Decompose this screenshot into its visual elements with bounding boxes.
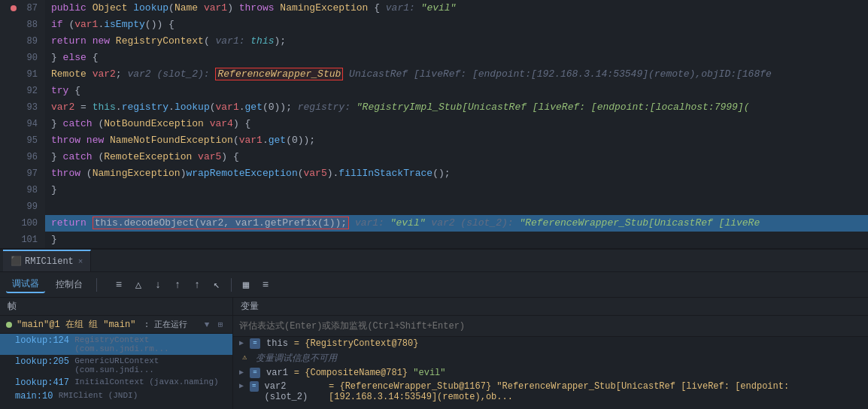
line-gutter-92: 92 [0, 83, 45, 99]
breakpoint-dot-101 [11, 237, 17, 243]
frames-panel: 帧 "main"@1 在组 组 "main" : 正在运行 ▼ ⊞ lookup… [0, 298, 233, 409]
line-gutter-90: 90 [0, 50, 45, 66]
line-number-92: 92 [20, 86, 41, 96]
var-row-0: ▶=this= {RegistryContext@780} [233, 337, 868, 350]
watch-icon[interactable]: ▦ [238, 277, 254, 293]
rmi-client-tab[interactable]: ⬛ RMIClient × [3, 250, 91, 271]
code-content-98: } [45, 182, 868, 198]
code-content-87: public Object lookup(Name var1) throws N… [45, 0, 868, 17]
breakpoint-dot-98 [11, 187, 17, 193]
code-content-97: throw (NamingException)wrapRemoteExcepti… [45, 165, 868, 182]
line-gutter-87: 87 [0, 0, 45, 17]
variables-list: ▶=this= {RegistryContext@780}⚠变量调试信息不可用▶… [233, 337, 868, 409]
line-number-93: 93 [20, 102, 41, 113]
step-out-icon[interactable]: ↑ [169, 277, 186, 293]
var-value-2: = {CompositeName@781} "evil" [294, 368, 446, 378]
step-over-icon[interactable]: △ [130, 277, 147, 293]
code-content-89: return new RegistryContext( var1: this); [45, 33, 868, 50]
code-line-99: 99 [0, 198, 868, 215]
debug-toolbar: 调试器 控制台 ≡ △ ↓ ↑ ↑ ↖ ▦ ≡ [0, 272, 868, 298]
code-line-89: 89 return new RegistryContext( var1: thi… [0, 33, 868, 50]
variables-panel-header: 变量 [233, 298, 868, 316]
breakpoint-dot-100 [11, 220, 17, 226]
var-expand-arrow-0[interactable]: ▶ [239, 338, 244, 347]
code-content-88: if (var1.isEmpty()) { [45, 17, 868, 33]
frames-label: 帧 [8, 300, 17, 313]
expand-icon[interactable]: ⊞ [214, 319, 226, 331]
tab-bar: ⬛ RMIClient × [0, 248, 868, 272]
run-to-cursor-icon[interactable]: ↑ [189, 277, 205, 293]
code-line-90: 90 } else { [0, 50, 868, 66]
tab-close-button[interactable]: × [78, 257, 83, 266]
code-line-97: 97 throw (NamingException)wrapRemoteExce… [0, 165, 868, 182]
var-row-1: ⚠变量调试信息不可用 [233, 350, 868, 366]
line-gutter-88: 88 [0, 17, 45, 33]
line-number-89: 89 [20, 36, 41, 47]
debugger-tab-button[interactable]: 调试器 [6, 276, 45, 293]
evaluate-expression-input[interactable] [239, 321, 862, 332]
frames-icon[interactable]: ≡ [111, 277, 127, 293]
frame-class: GenericURLContext (com.sun.jndi... [74, 356, 226, 374]
var-value-0: = {RegistryContext@780} [294, 338, 419, 349]
variables-panel: 变量 ▶=this= {RegistryContext@780}⚠变量调试信息不… [233, 298, 868, 409]
line-number-100: 100 [20, 218, 41, 229]
code-content-100: return this.decodeObject(var2, var1.getP… [45, 215, 868, 232]
frame-item-0[interactable]: lookup:124 RegistryContext (com.sun.jndi… [0, 334, 232, 355]
line-gutter-91: 91 [0, 66, 45, 83]
icon-divider [231, 278, 232, 292]
line-gutter-97: 97 [0, 165, 45, 182]
var-expand-arrow-3[interactable]: ▶ [239, 381, 244, 390]
line-number-87: 87 [20, 3, 41, 14]
frame-item-3[interactable]: main:10 RMIClient (JNDI) [0, 389, 232, 403]
code-editor: 87public Object lookup(Name var1) throws… [0, 0, 868, 248]
debug-panels: 帧 "main"@1 在组 组 "main" : 正在运行 ▼ ⊞ lookup… [0, 298, 868, 409]
breakpoint-dot-89 [11, 38, 17, 44]
line-gutter-95: 95 [0, 132, 45, 149]
code-content-91: Remote var2; var2 (slot_2): ReferenceWra… [45, 66, 868, 83]
frame-item-2[interactable]: lookup:417 InitialContext (javax.naming) [0, 376, 232, 389]
code-content-90: } else { [45, 50, 868, 66]
code-line-100: 100 return this.decodeObject(var2, var1.… [0, 215, 868, 232]
frame-method: main:10 [15, 391, 53, 401]
var-expand-arrow-2[interactable]: ▶ [239, 368, 244, 377]
frame-class: InitialContext (javax.naming) [74, 377, 218, 386]
line-gutter-89: 89 [0, 33, 45, 50]
breakpoint-dot-91 [11, 71, 17, 77]
line-gutter-94: 94 [0, 116, 45, 132]
frame-item-1[interactable]: lookup:205 GenericURLContext (com.sun.jn… [0, 355, 232, 376]
unavailable-text: 变量调试信息不可用 [256, 352, 337, 365]
line-number-96: 96 [20, 152, 41, 162]
evaluate-icon[interactable]: ↖ [208, 277, 225, 293]
frame-method: lookup:124 [15, 335, 69, 346]
code-line-91: 91 Remote var2; var2 (slot_2): Reference… [0, 66, 868, 83]
thread-row: "main"@1 在组 组 "main" : 正在运行 ▼ ⊞ [0, 316, 232, 334]
variables-label: 变量 [241, 300, 259, 313]
code-line-101: 101 } [0, 232, 868, 248]
console-tab-button[interactable]: 控制台 [50, 277, 89, 292]
var-name-3: var2 (slot_2) [265, 381, 323, 402]
line-number-94: 94 [20, 119, 41, 129]
breakpoint-dot-96 [11, 154, 17, 160]
step-into-icon[interactable]: ↓ [150, 277, 166, 293]
breakpoint-dot-92 [11, 88, 17, 94]
code-line-95: 95 throw new NameNotFoundException(var1.… [0, 132, 868, 149]
frames-list: lookup:124 RegistryContext (com.sun.jndi… [0, 334, 232, 409]
breakpoint-dot-90 [11, 55, 17, 61]
frame-class: RMIClient (JNDI) [59, 391, 138, 400]
var-name-0: this [266, 338, 288, 349]
breakpoint-dot-87[interactable] [11, 5, 17, 11]
frame-method: lookup:417 [15, 377, 69, 388]
line-number-95: 95 [20, 135, 41, 146]
thread-name: "main"@1 在组 组 "main" : 正在运行 [17, 318, 187, 331]
evaluate-input-bar[interactable] [233, 316, 868, 337]
breakpoint-dot-95 [11, 138, 17, 144]
memory-icon[interactable]: ≡ [257, 277, 274, 293]
line-number-88: 88 [20, 20, 41, 30]
filter-icon[interactable]: ▼ [201, 319, 213, 331]
thread-status-dot [6, 322, 12, 328]
debug-action-icons: ≡ △ ↓ ↑ ↑ ↖ ▦ ≡ [111, 277, 274, 293]
code-line-94: 94 } catch (NotBoundException var4) { [0, 116, 868, 132]
code-line-87: 87public Object lookup(Name var1) throws… [0, 0, 868, 17]
line-number-91: 91 [20, 69, 41, 80]
thread-status-text: : 正在运行 [144, 320, 187, 329]
